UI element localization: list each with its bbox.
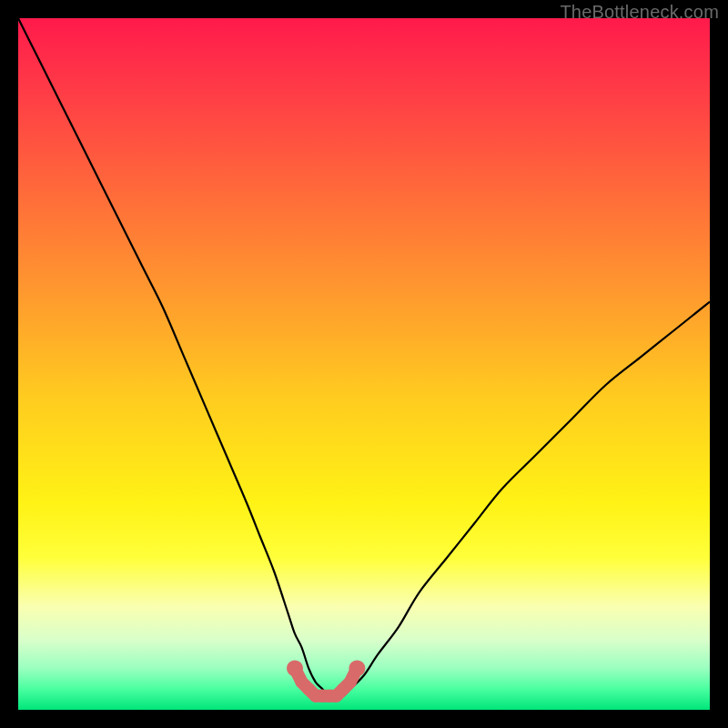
plot-area: [18, 18, 710, 710]
bottleneck-chart: [18, 18, 710, 710]
sweet-spot-marker: [287, 660, 303, 676]
sweet-spot-marker: [349, 660, 365, 676]
sweet-spot-marker: [344, 676, 357, 689]
attribution-text: TheBottleneck.com: [560, 2, 719, 23]
gradient-background: [18, 18, 710, 710]
chart-frame: TheBottleneck.com: [0, 0, 728, 728]
